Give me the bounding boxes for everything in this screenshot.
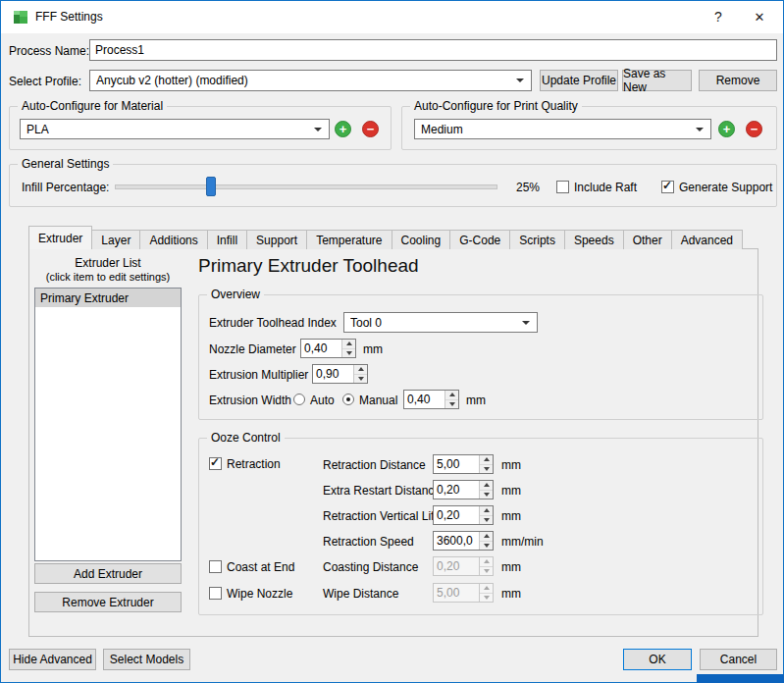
tab-extruder[interactable]: Extruder bbox=[28, 226, 92, 249]
list-item-primary-extruder[interactable]: Primary Extruder bbox=[35, 289, 181, 307]
coasting-distance-value: 0,20 bbox=[434, 557, 479, 575]
process-name-input[interactable] bbox=[89, 39, 777, 61]
coasting-distance-unit: mm bbox=[501, 560, 521, 575]
spinner-buttons bbox=[341, 340, 355, 357]
extruder-list-subtitle: (click item to edit settings) bbox=[29, 270, 186, 285]
select-models-button[interactable]: Select Models bbox=[103, 649, 190, 670]
extrusion-width-value: 0,40 bbox=[404, 391, 444, 408]
spinner-buttons bbox=[479, 455, 493, 473]
retraction-checkbox[interactable]: ✓ bbox=[209, 457, 222, 470]
extrusion-width-spinner[interactable]: 0,40 bbox=[403, 390, 459, 409]
tab-speeds[interactable]: Speeds bbox=[564, 230, 624, 249]
spinner-down-icon[interactable] bbox=[480, 464, 493, 474]
retraction-distance-spinner[interactable]: 5,00 bbox=[433, 454, 494, 474]
tab-temperature[interactable]: Temperature bbox=[306, 230, 392, 249]
vertical-lift-unit: mm bbox=[501, 509, 521, 524]
extrusion-multiplier-spinner[interactable]: 0,90 bbox=[312, 364, 368, 384]
include-raft-checkbox[interactable] bbox=[556, 181, 569, 193]
spinner-up-icon[interactable] bbox=[480, 532, 493, 541]
profile-value: Anycub v2 (hotter) (modified) bbox=[96, 74, 248, 87]
retraction-speed-spinner[interactable]: 3600,0 bbox=[433, 531, 494, 551]
remove-quality-button[interactable]: − bbox=[746, 121, 762, 137]
spinner-down-icon[interactable] bbox=[480, 515, 493, 525]
spinner-buttons bbox=[479, 506, 493, 524]
extrusion-width-manual-radio[interactable] bbox=[342, 394, 354, 405]
quality-select[interactable]: Medium bbox=[414, 119, 711, 139]
retraction-speed-value: 3600,0 bbox=[434, 532, 479, 550]
spinner-down-icon[interactable] bbox=[480, 541, 493, 551]
help-button[interactable]: ? bbox=[701, 1, 736, 32]
infill-slider-track[interactable] bbox=[115, 184, 497, 189]
save-as-new-button[interactable]: Save as New bbox=[622, 70, 692, 91]
tab-scripts[interactable]: Scripts bbox=[509, 230, 565, 249]
nozzle-diameter-unit: mm bbox=[363, 342, 383, 357]
dropdown-arrow-icon bbox=[314, 128, 322, 131]
coast-at-end-checkbox[interactable] bbox=[209, 560, 222, 573]
extrusion-width-manual-label: Manual bbox=[359, 394, 397, 408]
tab-layer[interactable]: Layer bbox=[91, 230, 140, 249]
spinner-up-icon[interactable] bbox=[354, 365, 367, 374]
spinner-down-icon[interactable] bbox=[354, 374, 367, 384]
tab-infill[interactable]: Infill bbox=[207, 230, 247, 249]
toolhead-index-select[interactable]: Tool 0 bbox=[343, 312, 538, 333]
extra-restart-label: Extra Restart Distance bbox=[323, 484, 441, 499]
tab-gcode[interactable]: G-Code bbox=[449, 230, 510, 249]
remove-profile-button[interactable]: Remove bbox=[699, 70, 777, 91]
extrusion-width-auto-label: Auto bbox=[310, 394, 335, 408]
spinner-up-icon bbox=[480, 557, 493, 566]
add-extruder-button[interactable]: Add Extruder bbox=[34, 563, 182, 584]
add-material-button[interactable]: + bbox=[335, 121, 351, 137]
hide-advanced-button[interactable]: Hide Advanced bbox=[9, 649, 96, 670]
update-profile-button[interactable]: Update Profile bbox=[540, 70, 618, 91]
spinner-up-icon bbox=[480, 584, 493, 593]
extruder-list-title: Extruder List bbox=[29, 256, 186, 271]
retraction-checkbox-label: Retraction bbox=[227, 457, 281, 472]
process-name-label: Process Name: bbox=[9, 44, 89, 59]
wipe-distance-label: Wipe Distance bbox=[323, 587, 398, 602]
include-raft-label: Include Raft bbox=[574, 181, 637, 195]
extrusion-width-auto-radio[interactable] bbox=[293, 394, 305, 405]
tab-other[interactable]: Other bbox=[623, 230, 672, 249]
spinner-up-icon[interactable] bbox=[445, 391, 458, 399]
tab-additions[interactable]: Additions bbox=[139, 230, 207, 249]
nozzle-diameter-spinner[interactable]: 0,40 bbox=[300, 339, 356, 358]
profile-select[interactable]: Anycub v2 (hotter) (modified) bbox=[89, 70, 532, 91]
ok-button[interactable]: OK bbox=[623, 649, 692, 670]
window-title: FFF Settings bbox=[35, 1, 103, 33]
spinner-down-icon[interactable] bbox=[480, 490, 493, 499]
tab-support[interactable]: Support bbox=[246, 230, 307, 249]
material-select[interactable]: PLA bbox=[20, 119, 330, 139]
ooze-control-group: Ooze Control ✓ Retraction Retraction Dis… bbox=[198, 438, 763, 615]
spinner-down-icon[interactable] bbox=[445, 399, 458, 409]
spinner-up-icon[interactable] bbox=[480, 481, 493, 490]
generate-support-checkbox[interactable]: ✓ bbox=[661, 181, 674, 193]
spinner-down-icon[interactable] bbox=[342, 348, 355, 358]
remove-extruder-button[interactable]: Remove Extruder bbox=[34, 592, 182, 612]
dropdown-arrow-icon bbox=[696, 128, 704, 131]
extra-restart-spinner[interactable]: 0,20 bbox=[433, 480, 494, 499]
add-quality-button[interactable]: + bbox=[718, 121, 735, 137]
title-bar: FFF Settings ? ✕ bbox=[1, 1, 783, 33]
tab-advanced[interactable]: Advanced bbox=[671, 230, 743, 249]
extrusion-width-unit: mm bbox=[466, 394, 486, 408]
checkmark-icon: ✓ bbox=[210, 455, 220, 469]
cancel-button[interactable]: Cancel bbox=[700, 649, 777, 670]
infill-percentage-value: 25% bbox=[516, 181, 540, 195]
retraction-distance-label: Retraction Distance bbox=[323, 458, 426, 473]
retraction-distance-value: 5,00 bbox=[434, 455, 479, 473]
vertical-lift-spinner[interactable]: 0,20 bbox=[433, 505, 494, 525]
wipe-nozzle-checkbox[interactable] bbox=[209, 587, 222, 600]
spinner-up-icon[interactable] bbox=[480, 455, 493, 464]
wipe-distance-spinner: 5,00 bbox=[433, 583, 494, 603]
extra-restart-value: 0,20 bbox=[434, 481, 479, 499]
extruder-tab-pane: Extruder List (click item to edit settin… bbox=[28, 248, 758, 637]
spinner-up-icon[interactable] bbox=[342, 340, 355, 348]
remove-material-button[interactable]: − bbox=[362, 121, 379, 137]
extruder-listbox: Primary Extruder bbox=[34, 288, 182, 561]
tab-cooling[interactable]: Cooling bbox=[392, 230, 451, 249]
close-icon[interactable]: ✕ bbox=[740, 1, 779, 32]
select-profile-label: Select Profile: bbox=[9, 75, 81, 89]
spinner-up-icon[interactable] bbox=[480, 506, 493, 515]
infill-slider-thumb[interactable] bbox=[206, 177, 216, 196]
extruder-heading: Primary Extruder Toolhead bbox=[198, 255, 419, 277]
